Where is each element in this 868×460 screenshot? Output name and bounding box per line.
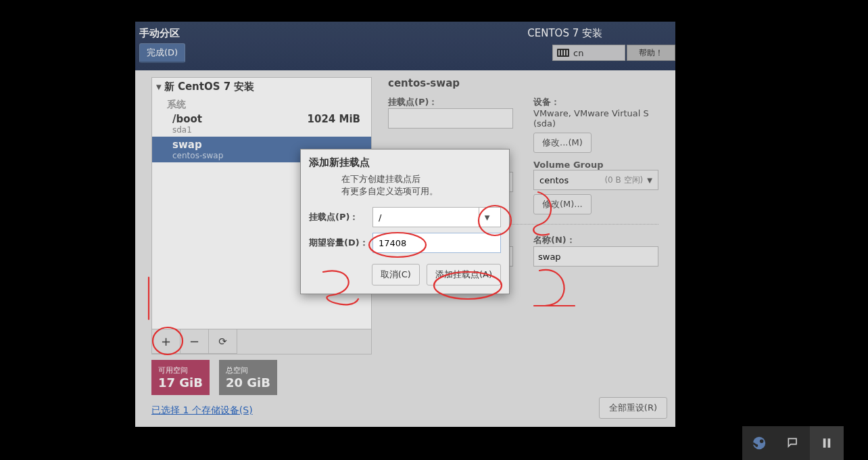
chevron-down-icon[interactable]: ▼ [479,208,495,227]
dialog-mount-value: / [379,212,479,223]
page-title: 手动分区 [139,27,180,40]
modify-vg-button[interactable]: 修改(M)... [533,194,592,214]
chevron-down-icon: ▼ [156,83,162,91]
mountpoint-label: 挂载点(P)： [388,96,513,108]
dialog-capacity-input[interactable] [372,233,501,253]
modify-device-button[interactable]: 修改...(M) [533,133,592,153]
add-mountpoint-dialog: 添加新挂载点 在下方创建挂载点后 有更多自定义选项可用。 挂载点(P)： / ▼… [300,149,510,294]
partition-toolbar: + − ⟳ [152,329,371,354]
dialog-capacity-label: 期望容量(D)： [309,237,372,249]
volume-group-label: Volume Group [533,160,658,170]
tree-item-mount: /boot [172,113,202,125]
svg-point-5 [760,440,764,444]
name-label: 名称(N)： [533,234,658,246]
selected-partition-title: centos-swap [388,77,658,89]
volume-group-select[interactable]: centos (0 B 空闲) ▼ [533,170,658,190]
device-label: 设备： [533,96,658,108]
space-summary: 可用空间 17 GiB 总空间 20 GiB [151,360,372,395]
total-space-label: 总空间 [226,365,270,375]
reset-all-button[interactable]: 全部重设(R) [599,397,667,419]
topbar: 手动分区 完成(D) CENTOS 7 安装 cn 帮助！ [135,22,675,70]
taskbar-steam-icon[interactable] [742,426,776,460]
refresh-button[interactable]: ⟳ [209,329,237,354]
tree-item-boot[interactable]: 1024 MiB /boot sda1 [152,111,371,137]
volume-group-name: centos [539,175,569,185]
keyboard-layout-label: cn [573,48,583,58]
taskbar [742,426,844,460]
taskbar-shield-icon[interactable] [810,426,844,460]
chevron-down-icon: ▼ [647,177,652,184]
dialog-add-button[interactable]: 添加挂载点(A) [427,264,501,285]
done-button[interactable]: 完成(D) [139,43,185,63]
tree-header[interactable]: ▼ 新 CentOS 7 安装 [152,78,371,96]
add-partition-button[interactable]: + [152,329,180,354]
tree-header-label: 新 CentOS 7 安装 [164,80,255,93]
name-input[interactable] [533,246,658,267]
tree-item-size: 1024 MiB [308,113,360,125]
dialog-mount-label: 挂载点(P)： [309,211,372,223]
keyboard-layout-selector[interactable]: cn [552,45,625,61]
volume-group-free: (0 B 空闲) [604,175,643,186]
mountpoint-input[interactable] [388,108,513,129]
taskbar-chat-icon[interactable] [776,426,810,460]
svg-point-4 [753,437,765,449]
help-button[interactable]: 帮助！ [627,45,675,61]
free-space-label: 可用空间 [158,365,203,375]
free-space-card: 可用空间 17 GiB [151,360,210,395]
tree-item-mount: swap [172,139,202,151]
total-space-card: 总空间 20 GiB [219,360,277,395]
install-title: CENTOS 7 安装 [527,27,602,40]
keyboard-icon [557,49,569,57]
storage-devices-link[interactable]: 已选择 1 个存储设备(S) [151,405,372,417]
remove-partition-button[interactable]: − [180,329,209,354]
free-space-value: 17 GiB [158,375,203,390]
total-space-value: 20 GiB [226,375,270,390]
dialog-cancel-button[interactable]: 取消(C) [372,264,420,285]
tree-item-device: sda1 [172,125,366,135]
dialog-mount-combo[interactable]: / ▼ [372,207,501,227]
dialog-subtitle: 在下方创建挂载点后 有更多自定义选项可用。 [301,169,509,204]
device-value: VMware, VMware Virtual S (sda) [533,108,658,129]
dialog-title: 添加新挂载点 [301,150,509,169]
tree-section-system: 系统 [152,96,371,111]
